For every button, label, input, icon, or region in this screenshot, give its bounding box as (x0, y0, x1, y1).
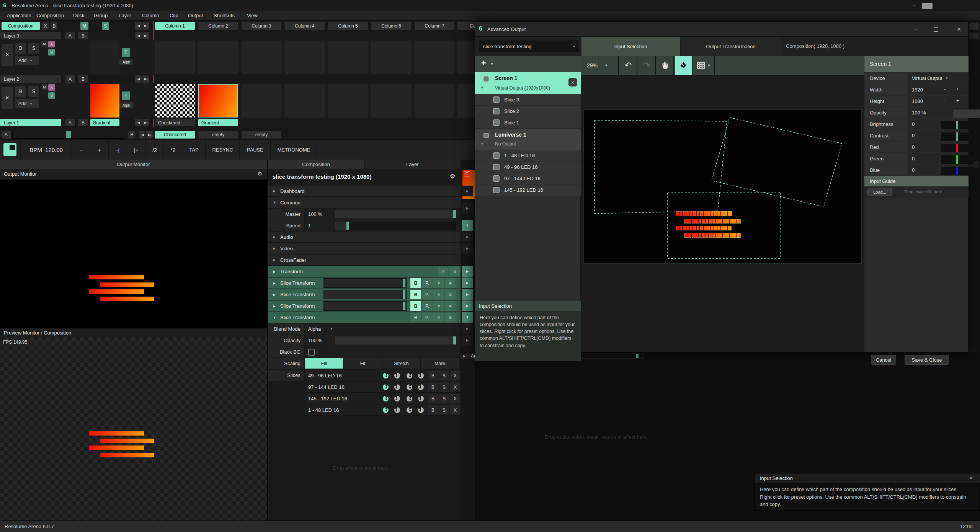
slice-mask-icon[interactable] (383, 384, 389, 390)
effect-bypass-button[interactable]: B (410, 313, 421, 322)
layer3-a-button[interactable]: A (65, 32, 75, 39)
layer1-name[interactable]: Layer 1 (0, 119, 61, 126)
layer2-clip-cell[interactable] (371, 41, 411, 74)
effect-remove-button[interactable]: × (433, 313, 444, 322)
transform-preset-button[interactable]: P. (438, 267, 448, 276)
cancel-button[interactable]: Cancel (871, 355, 896, 365)
effect-preset-button[interactable]: P. (422, 313, 433, 322)
layer1-xfade-b-button[interactable]: B (78, 119, 88, 126)
effect-bypass-button[interactable]: B (410, 301, 421, 311)
window-minimize-button[interactable]: − (910, 2, 918, 9)
column-trigger-empty[interactable]: empty (198, 131, 238, 139)
gutter-expand-arrow[interactable]: ▶ (462, 323, 473, 334)
layer1-clear-button[interactable]: × (2, 87, 13, 109)
layer2-clip-cell[interactable] (285, 41, 325, 74)
effect-menu-button[interactable]: ≡ (445, 290, 456, 299)
section-dashboard[interactable]: ▶Dashboard (268, 186, 461, 197)
column-trigger-empty[interactable]: empty (242, 131, 281, 139)
dialog-title-bar[interactable]: 6 Advanced Output − × (475, 22, 968, 37)
layer3-name[interactable]: Layer 3 (0, 32, 61, 39)
tap-button[interactable]: TAP (183, 140, 206, 160)
led-strip-slice[interactable] (676, 211, 732, 216)
effect-preset-button[interactable]: P. (422, 301, 433, 311)
layer2-clear-button[interactable]: × (2, 44, 13, 66)
add-output-button[interactable]: + (481, 58, 486, 68)
slice-mask-icon[interactable] (418, 407, 424, 413)
tree-item-led3[interactable]: 97 - 144 LED 16 (475, 173, 581, 184)
scaling-fit-button[interactable]: Fit (344, 358, 382, 369)
effect-menu-button[interactable]: ≡ (445, 301, 456, 311)
gutter-expand-arrow[interactable]: ▶ (462, 277, 473, 288)
section-audio[interactable]: ▶Audio (268, 232, 461, 243)
slice-mask-icon[interactable] (418, 396, 424, 401)
edge-cell[interactable] (969, 23, 979, 30)
anchor-slider-handle[interactable] (636, 354, 639, 358)
composition-bypass-button[interactable]: B (51, 22, 57, 30)
led1-enable-checkbox[interactable] (493, 152, 500, 159)
close-icon[interactable]: × (970, 475, 973, 481)
blue-slider[interactable] (941, 167, 973, 175)
slice-outline-screen-left[interactable] (595, 120, 727, 214)
layer1-blend-dropdown[interactable]: Add▼ (15, 99, 39, 108)
led-strip-slice[interactable] (676, 226, 732, 230)
layer2-clip-cell[interactable] (198, 41, 238, 74)
resync-button[interactable]: RESYNC (206, 140, 240, 160)
layer1-t-button[interactable]: T (122, 91, 130, 100)
column-6-header[interactable]: Column 6 (371, 22, 411, 30)
slice-mask-icon[interactable] (394, 407, 400, 413)
effect-opacity-handle[interactable] (403, 279, 405, 287)
clip-checkered-name[interactable]: Checkered (155, 119, 195, 126)
effect-opacity-handle[interactable] (403, 302, 405, 310)
crossfader-prev-button[interactable]: |◀ (139, 131, 145, 139)
layer1-clip-cell[interactable] (415, 84, 454, 117)
width-decrement-button[interactable]: - (944, 86, 946, 92)
chevron-down-icon[interactable]: ▼ (330, 327, 333, 331)
height-decrement-button[interactable]: - (944, 98, 946, 103)
effect-bypass-button[interactable]: B (410, 278, 421, 288)
composition-master-button[interactable]: M (80, 22, 88, 30)
gear-icon[interactable]: ⚙ (450, 173, 455, 180)
bpm-plus-button[interactable]: + (91, 140, 109, 160)
speed-slider-handle[interactable] (346, 222, 349, 230)
layer3-b-button[interactable]: B (78, 32, 88, 39)
contrast-slider[interactable] (941, 132, 973, 141)
layer1-a-button[interactable]: A (48, 84, 55, 91)
slice-row[interactable]: 97 - 144 LED 16 B S X (305, 382, 461, 393)
layer2-clip-cell[interactable] (328, 41, 368, 74)
chevron-down-icon[interactable]: ▼ (480, 86, 484, 90)
chevron-down-icon[interactable]: ▼ (490, 62, 494, 66)
effect-remove-button[interactable]: × (433, 290, 444, 299)
slice-mask-icon[interactable] (407, 407, 412, 413)
slice-mask-icon[interactable] (418, 373, 424, 379)
menu-column[interactable]: Column (142, 13, 159, 18)
green-slider[interactable] (941, 155, 973, 164)
layer2-clip-cell[interactable] (415, 41, 454, 74)
effect-bypass-button[interactable]: B (410, 290, 421, 299)
slice2-enable-checkbox[interactable] (493, 108, 500, 114)
gutter-expand-arrow[interactable]: ▶ (462, 203, 473, 214)
height-value[interactable]: 1080 (912, 98, 923, 104)
menu-shortcuts[interactable]: Shortcuts (214, 13, 235, 18)
green-handle[interactable] (956, 155, 958, 164)
slice-row[interactable]: 49 - 96 LED 16 B S X (305, 370, 461, 381)
slice-outline-screen-right[interactable] (712, 117, 842, 207)
effect-preset-button[interactable]: P. (422, 278, 433, 288)
slice-mask-icon[interactable] (394, 384, 400, 390)
tree-item-slice2[interactable]: Slice 2 (475, 106, 581, 117)
composition-speed-button[interactable]: S (102, 22, 109, 30)
layer1-v-button[interactable]: V (48, 92, 55, 99)
effect-slice-transform-4-expanded[interactable]: ▼ Slice Transform B P. × ≡ (268, 312, 461, 323)
tab-input-selection[interactable]: Input Selection (581, 37, 680, 56)
bpm-minus-button[interactable]: - (72, 140, 90, 160)
red-slider[interactable] (941, 144, 973, 152)
layer1-active-clip-preview[interactable] (90, 84, 119, 117)
preset-dropdown[interactable]: slice transform testing ▼ (479, 41, 579, 52)
gutter-expand-arrow[interactable]: ▼ (462, 220, 473, 231)
layer1-clip-cell[interactable] (285, 84, 325, 117)
gutter-expand-arrow[interactable]: ▶ (462, 300, 473, 311)
hand-tool-icon[interactable] (657, 56, 674, 75)
scaling-mask-button[interactable]: Mask (421, 358, 459, 369)
led3-enable-checkbox[interactable] (493, 175, 500, 182)
slice-bypass-button[interactable]: B (428, 371, 438, 380)
slice-bypass-button[interactable]: B (428, 382, 438, 392)
